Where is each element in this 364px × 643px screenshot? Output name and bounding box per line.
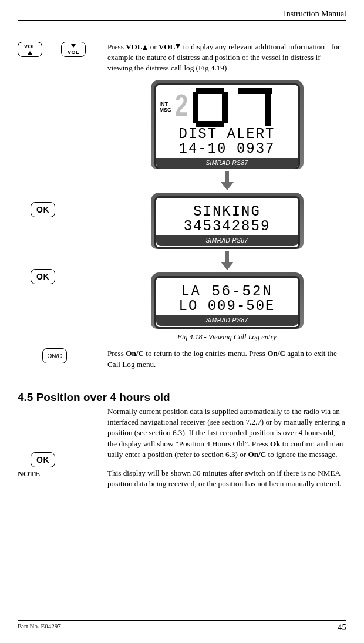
intro-row: VOL VOL Press VOL or VOL to display any … (18, 42, 346, 74)
vol-down-label: VOL (68, 49, 79, 55)
lcd-line: 345342859 (160, 218, 295, 234)
bold-onc: On/C (248, 450, 267, 459)
onc-row: ON/C Press On/C to return to the log ent… (18, 348, 346, 369)
lcd-screen-2: SINKING 345342859 SIMRAD RS87 (151, 193, 304, 249)
text: Press (107, 349, 126, 358)
vol-up-button[interactable]: VOL (18, 42, 42, 57)
lcd-brand: SIMRAD RS87 (156, 315, 298, 326)
lcd-brand: SIMRAD RS87 (156, 235, 298, 246)
bold-vol: VOL (126, 42, 142, 51)
lcd-screens: INT MSG 2 (107, 80, 346, 343)
figure-caption: Fig 4.18 - Viewing Call Log entry (177, 332, 277, 342)
svg-rect-0 (196, 88, 224, 94)
svg-rect-5 (265, 92, 271, 126)
onc-paragraph: Press On/C to return to the log entries … (107, 348, 346, 369)
page-footer: Part No. E04297 45 (18, 620, 346, 632)
note-text: This display will be shown 30 minutes af… (107, 468, 346, 489)
bold-ok: Ok (270, 439, 281, 448)
page-header: Instruction Manual (18, 9, 346, 21)
page-number: 45 (338, 622, 346, 632)
triangle-down-icon (176, 44, 180, 49)
arrow-down-icon (220, 251, 235, 271)
text: to ignore the message. (266, 450, 337, 459)
arrow-down-icon (220, 171, 235, 191)
text: to return to the log entries menu. Press (144, 349, 267, 358)
vol-down-button[interactable]: VOL (61, 42, 86, 57)
lcd-screen-1: INT MSG 2 (151, 80, 304, 169)
page: Instruction Manual VOL VOL Press VOL or … (0, 0, 364, 643)
triangle-up-icon (143, 45, 147, 50)
onc-button[interactable]: ON/C (42, 348, 67, 363)
lcd-ghost-digit: 2 (175, 85, 188, 127)
svg-rect-1 (193, 92, 198, 123)
bold-onc: On/C (267, 349, 285, 358)
section-paragraph: Normally current position data is suppli… (107, 406, 346, 460)
ok-button[interactable]: OK (31, 269, 55, 284)
lcd-side-labels: INT MSG (160, 102, 172, 113)
vol-up-label: VOL (24, 43, 36, 49)
bold-onc: On/C (126, 349, 144, 358)
part-number: Part No. E04297 (18, 622, 61, 632)
lcd-msg-label: MSG (160, 107, 172, 113)
ok-button[interactable]: OK (31, 452, 55, 467)
bold-vol: VOL (159, 42, 175, 51)
note-label: NOTE (18, 469, 40, 478)
section-row: OK Normally current position data is sup… (18, 406, 346, 460)
lcd-screen-3: LA 56-52N LO 009-50E SIMRAD RS87 (151, 272, 304, 329)
text: Press (107, 42, 126, 51)
screens-row: OK OK INT MSG 2 (18, 74, 346, 343)
svg-rect-2 (222, 92, 228, 123)
vol-button-group: VOL VOL (18, 42, 107, 57)
lcd-line: 14-10 0937 (160, 140, 295, 157)
lcd-brand: SIMRAD RS87 (156, 158, 298, 169)
lcd-line: LO 009-50E (160, 298, 295, 314)
lcd-big-digits (191, 87, 279, 128)
ok-button[interactable]: OK (31, 202, 55, 217)
section-heading: 4.5 Position over 4 hours old (18, 391, 346, 404)
note-row: NOTE This display will be shown 30 minut… (18, 468, 346, 489)
text: or (148, 42, 159, 51)
intro-paragraph: Press VOL or VOL to display any relevant… (107, 42, 346, 74)
triangle-down-icon (71, 44, 76, 48)
triangle-up-icon (28, 51, 32, 55)
